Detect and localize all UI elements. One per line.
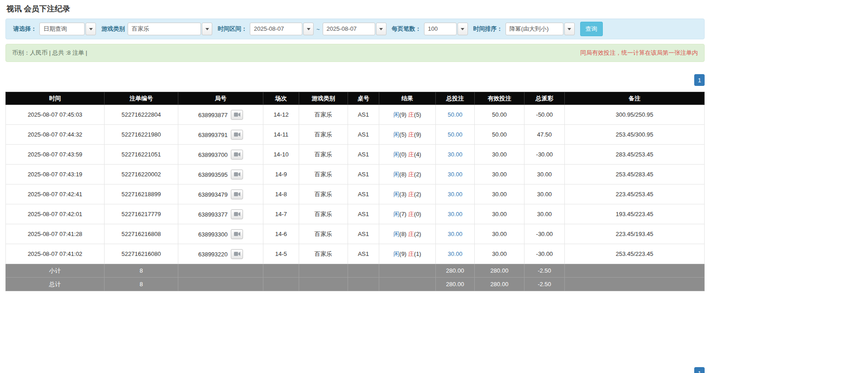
bet-time: 2025-08-07 07:41:28 (6, 224, 105, 244)
round-id: 638993700 (198, 151, 228, 158)
table-row: 2025-08-07 07:41:02 522716216080 6389932… (6, 244, 705, 264)
total-bet-link[interactable]: 30.00 (448, 231, 463, 237)
video-replay-button[interactable] (231, 189, 243, 199)
result-player-score: (8) (399, 171, 406, 178)
table-number: AS1 (348, 145, 379, 165)
column-header: 结果 (379, 92, 436, 105)
result-player: 闲 (393, 171, 399, 178)
column-header: 注单编号 (105, 92, 178, 105)
round-cell: 638993479 (178, 184, 263, 204)
empty-cell (565, 264, 705, 278)
payout: 30.00 (525, 204, 565, 224)
result-banker: 庄 (408, 131, 414, 138)
result-cell: 闲(5) 庄(9) (379, 125, 436, 145)
total-bet-cell: 50.00 (436, 105, 475, 125)
column-header: 场次 (263, 92, 299, 105)
query-type-value: 日期查询 (39, 23, 85, 35)
result-cell: 闲(8) 庄(2) (379, 165, 436, 184)
total-bet-cell: 30.00 (436, 204, 475, 224)
page-button-1[interactable]: 1 (694, 367, 705, 373)
table-footer: 小计 8 280.00 280.00 -2.50 总计 8 2 (6, 264, 705, 291)
table-number: AS1 (348, 165, 379, 184)
game-type-select[interactable]: 百家乐 (128, 23, 212, 35)
session: 14-9 (263, 165, 299, 184)
pagination-bottom: 1 (5, 367, 705, 373)
round-id: 638993220 (198, 250, 228, 257)
empty-cell (299, 264, 348, 278)
bet-time: 2025-08-07 07:43:19 (6, 165, 105, 184)
video-replay-button[interactable] (231, 110, 243, 120)
result-cell: 闲(9) 庄(1) (379, 244, 436, 264)
bet-id: 522716220002 (105, 165, 178, 184)
result-banker: 庄 (408, 151, 414, 158)
chevron-down-icon[interactable] (564, 23, 575, 35)
page-button-1[interactable]: 1 (694, 74, 705, 86)
result-player: 闲 (393, 151, 399, 158)
round-id: 638993595 (198, 171, 228, 178)
footer-payout: -2.50 (525, 264, 565, 278)
game-type: 百家乐 (299, 145, 348, 165)
total-bet-link[interactable]: 30.00 (448, 151, 463, 158)
time-sort-label: 时间排序： (473, 25, 503, 33)
empty-cell (263, 278, 299, 291)
valid-bet: 30.00 (475, 184, 525, 204)
time-sort-select[interactable]: 降冪(由大到小) (506, 23, 575, 35)
total-bet-link[interactable]: 30.00 (448, 171, 463, 178)
game-type: 百家乐 (299, 244, 348, 264)
search-button[interactable]: 查询 (580, 22, 603, 36)
date-from-value: 2025-08-07 (250, 23, 302, 35)
chevron-down-icon[interactable] (376, 23, 386, 35)
grand-total-valid-bet: 280.00 (475, 278, 525, 291)
page-size-select[interactable]: 100 (424, 23, 468, 35)
column-header: 备注 (565, 92, 705, 105)
date-from-select[interactable]: 2025-08-07 (250, 23, 314, 35)
payout: -30.00 (525, 145, 565, 165)
chevron-down-icon[interactable] (202, 23, 212, 35)
bet-id: 522716216808 (105, 224, 178, 244)
total-bet-link[interactable]: 30.00 (448, 191, 463, 198)
video-replay-button[interactable] (231, 170, 243, 179)
chevron-down-icon[interactable] (86, 23, 96, 35)
query-type-select[interactable]: 日期查询 (39, 23, 96, 35)
date-to-select[interactable]: 2025-08-07 (323, 23, 386, 35)
result-cell: 闲(0) 庄(4) (379, 145, 436, 165)
video-replay-button[interactable] (231, 229, 243, 239)
session: 14-5 (263, 244, 299, 264)
bet-id: 522716217779 (105, 204, 178, 224)
total-bet-cell: 30.00 (436, 145, 475, 165)
result-banker: 庄 (408, 171, 414, 178)
valid-bet: 30.00 (475, 224, 525, 244)
result-player: 闲 (393, 211, 399, 217)
total-bet-link[interactable]: 30.00 (448, 211, 463, 217)
session: 14-7 (263, 204, 299, 224)
bet-time: 2025-08-07 07:45:03 (6, 105, 105, 125)
video-replay-button[interactable] (231, 130, 243, 140)
subtotal-label: 小计 (6, 264, 105, 278)
result-player: 闲 (393, 250, 399, 257)
result-player-score: (7) (399, 211, 406, 217)
video-icon (234, 212, 240, 217)
table-body: 2025-08-07 07:45:03 522716222804 6389938… (6, 105, 705, 264)
bet-id: 522716222804 (105, 105, 178, 125)
total-bet-link[interactable]: 30.00 (448, 250, 463, 257)
total-bet-link[interactable]: 50.00 (448, 131, 463, 138)
bet-id: 522716221051 (105, 145, 178, 165)
video-replay-button[interactable] (231, 209, 243, 219)
empty-cell (299, 278, 348, 291)
chevron-down-icon[interactable] (303, 23, 314, 35)
table-row: 2025-08-07 07:43:59 522716221051 6389937… (6, 145, 705, 165)
remark: 300.95/250.95 (565, 105, 705, 125)
chevron-down-icon[interactable] (458, 23, 468, 35)
table-row: 2025-08-07 07:45:03 522716222804 6389938… (6, 105, 705, 125)
summary-warning: 同局有效投注，统一计算在该局第一张注单内 (580, 49, 698, 57)
total-bet-cell: 50.00 (436, 125, 475, 145)
total-bet-link[interactable]: 50.00 (448, 111, 463, 118)
video-replay-button[interactable] (231, 150, 243, 160)
time-sort-value: 降冪(由大到小) (506, 23, 563, 35)
bet-time: 2025-08-07 07:41:02 (6, 244, 105, 264)
column-header: 桌号 (348, 92, 379, 105)
result-banker: 庄 (408, 211, 414, 217)
video-replay-button[interactable] (231, 249, 243, 259)
table-row: 2025-08-07 07:43:19 522716220002 6389935… (6, 165, 705, 184)
remark: 223.45/253.45 (565, 184, 705, 204)
